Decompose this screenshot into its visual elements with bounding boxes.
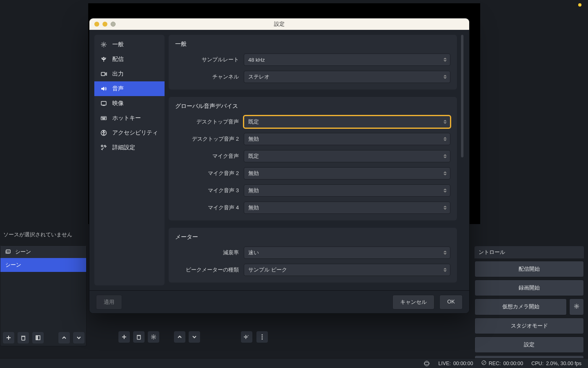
chevron-updown-icon: [443, 203, 448, 212]
sample-rate-select[interactable]: 48 kHz: [244, 54, 450, 66]
mixer-menu-button[interactable]: [256, 331, 268, 343]
source-up-button[interactable]: [174, 331, 185, 343]
chevron-updown-icon: [443, 248, 448, 257]
controls-panel: ントロール 配信開始 録画開始 仮想カメラ開始 スタジオモード 設定 終了: [474, 246, 584, 368]
rec-time: 00:00:00: [503, 361, 523, 366]
output-icon: [100, 70, 107, 78]
section-meters: メーター 減衰率 速い ピークメーターの種類 サンプル ピーク: [169, 228, 457, 283]
desktop-audio-select[interactable]: 既定: [244, 116, 450, 128]
mixer-gear-button[interactable]: +: [241, 331, 252, 343]
decay-rate-label: 減衰率: [175, 249, 244, 256]
remove-source-button[interactable]: [133, 331, 145, 343]
cpu-label: CPU:: [531, 361, 543, 366]
status-dot: [578, 3, 581, 7]
sidebar-label: 音声: [112, 85, 124, 92]
mic-audio-select[interactable]: 既定: [244, 150, 450, 162]
start-stream-button[interactable]: 配信開始: [474, 261, 584, 277]
scenes-panel: シーン シーン: [0, 245, 87, 346]
sidebar-label: 配信: [112, 56, 124, 63]
accessibility-icon: [100, 129, 107, 137]
sidebar-item-accessibility[interactable]: アクセシビリティ: [94, 126, 165, 140]
peak-meter-select[interactable]: サンプル ピーク: [244, 264, 450, 276]
sidebar-item-general[interactable]: 一般: [94, 37, 165, 52]
tools-icon: [100, 144, 107, 151]
decay-rate-select[interactable]: 速い: [244, 247, 450, 259]
chevron-updown-icon: [443, 169, 448, 178]
svg-point-15: [262, 334, 263, 336]
section-title: グローバル音声デバイス: [175, 103, 450, 110]
scenes-header[interactable]: シーン: [0, 246, 86, 258]
scene-filter-button[interactable]: [32, 332, 44, 343]
mic-audio-2-select[interactable]: 無効: [244, 167, 450, 180]
svg-point-22: [103, 44, 105, 45]
modal-titlebar[interactable]: 設定: [89, 18, 469, 30]
scrollbar-thumb[interactable]: [461, 35, 463, 157]
antenna-icon: [100, 56, 107, 63]
section-global-audio: グローバル音声デバイス デスクトップ音声 既定 デスクトップ音声 2 無効: [169, 97, 457, 220]
sidebar-item-audio[interactable]: 音声: [94, 81, 165, 96]
desktop-audio-2-value: 無効: [248, 135, 259, 143]
status-connection-icon: [423, 360, 430, 367]
channels-select[interactable]: ステレオ: [244, 71, 450, 83]
channels-label: チャンネル: [175, 73, 244, 81]
chevron-updown-icon: [443, 265, 448, 274]
content-scrollbar[interactable]: [460, 35, 464, 285]
settings-button[interactable]: 設定: [474, 337, 584, 353]
desktop-audio-label: デスクトップ音声: [175, 118, 244, 126]
gear-icon: [100, 41, 107, 48]
sidebar-item-hotkeys[interactable]: ホットキー: [94, 111, 165, 126]
sidebar-item-output[interactable]: 出力: [94, 67, 165, 81]
svg-point-19: [424, 361, 429, 366]
svg-point-30: [104, 117, 104, 118]
source-down-button[interactable]: [189, 331, 200, 343]
mic-audio-4-select[interactable]: 無効: [244, 202, 450, 214]
start-record-button[interactable]: 録画開始: [474, 280, 584, 296]
start-vcam-button[interactable]: 仮想カメラ開始: [474, 298, 567, 315]
studio-mode-button[interactable]: スタジオモード: [474, 318, 584, 334]
sidebar-label: ホットキー: [112, 114, 141, 122]
mic-audio-3-value: 無効: [248, 187, 259, 194]
mic-audio-3-label: マイク音声 3: [175, 187, 244, 194]
keyboard-icon: [100, 114, 107, 122]
peak-meter-label: ピークメーターの種類: [175, 266, 244, 274]
apply-button[interactable]: 適用: [96, 295, 122, 310]
scene-row[interactable]: シーン: [0, 258, 86, 272]
section-title: メーター: [175, 233, 450, 241]
add-scene-button[interactable]: [3, 332, 14, 343]
channels-value: ステレオ: [248, 73, 270, 81]
mic-audio-2-value: 無効: [248, 170, 259, 177]
sidebar-item-video[interactable]: 映像: [94, 96, 165, 111]
add-source-button[interactable]: [118, 331, 130, 343]
settings-sidebar: 一般 配信 出力 音声 映像 ホットキー: [94, 35, 165, 285]
source-properties-button[interactable]: [148, 331, 159, 343]
cancel-button[interactable]: キャンセル: [392, 295, 434, 310]
cpu-value: 2.0%, 30.00 fps: [546, 361, 581, 366]
move-up-button[interactable]: [58, 332, 70, 343]
chevron-updown-icon: [443, 135, 448, 144]
modal-title: 設定: [89, 20, 469, 28]
svg-point-35: [101, 145, 103, 147]
peak-meter-value: サンプル ピーク: [248, 266, 287, 274]
remove-scene-button[interactable]: [18, 332, 29, 343]
desktop-audio-2-select[interactable]: 無効: [244, 133, 450, 145]
settings-content: 一般 サンプルレート 48 kHz チャンネル ステレオ: [169, 35, 457, 285]
move-down-button[interactable]: [73, 332, 85, 343]
sidebar-item-stream[interactable]: 配信: [94, 52, 165, 67]
mic-audio-3-select[interactable]: 無効: [244, 184, 450, 197]
scenes-icon: [4, 248, 12, 256]
mic-audio-4-label: マイク音声 4: [175, 204, 244, 211]
svg-text:+: +: [247, 334, 249, 337]
svg-rect-32: [102, 119, 105, 119]
chevron-updown-icon: [443, 152, 448, 161]
svg-point-29: [103, 117, 103, 118]
svg-rect-7: [37, 336, 38, 340]
svg-rect-10: [137, 336, 140, 339]
svg-point-31: [105, 117, 105, 118]
ok-button[interactable]: OK: [439, 295, 463, 310]
vcam-settings-button[interactable]: [569, 298, 584, 315]
statusbar: LIVE: 00:00:00 REC: 00:00:00 CPU: 2.0%, …: [0, 358, 588, 368]
sidebar-item-advanced[interactable]: 詳細設定: [94, 140, 165, 155]
svg-point-23: [103, 57, 104, 58]
svg-rect-25: [101, 101, 106, 105]
chevron-updown-icon: [443, 55, 448, 64]
